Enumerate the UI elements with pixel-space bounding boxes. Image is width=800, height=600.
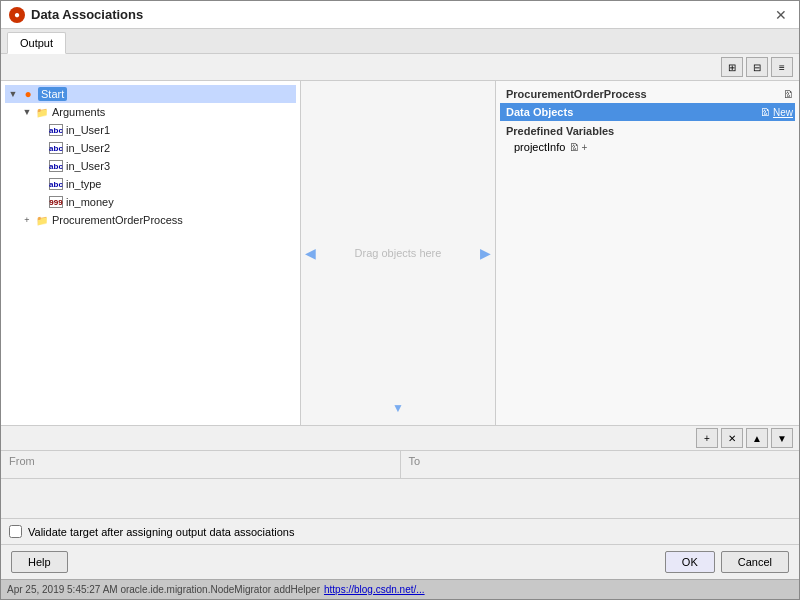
node-label-money: in_money — [66, 196, 114, 208]
node-label-start: Start — [38, 87, 67, 101]
abc-icon-user2: abc — [49, 142, 63, 154]
folder-icon-procurement: 📁 — [35, 213, 49, 227]
tree-node-procurement[interactable]: + 📁 ProcurementOrderProcess — [5, 211, 296, 229]
project-info-item[interactable]: projectInfo 🖻 + — [500, 139, 795, 155]
node-label-arguments: Arguments — [52, 106, 105, 118]
predefined-header[interactable]: Predefined Variables — [502, 123, 618, 139]
toolbar-btn-3[interactable]: ≡ — [771, 57, 793, 77]
tree-node-in-user1[interactable]: abc in_User1 — [5, 121, 296, 139]
add-row-button[interactable]: + — [696, 428, 718, 448]
dialog-title: Data Associations — [31, 7, 143, 22]
data-rows — [1, 479, 799, 519]
to-label: To — [401, 451, 800, 478]
help-button[interactable]: Help — [11, 551, 68, 573]
node-label-procurement: ProcurementOrderProcess — [52, 214, 183, 226]
node-label-type: in_type — [66, 178, 101, 190]
scroll-down-icon[interactable]: ▼ — [392, 401, 404, 415]
project-info-icon[interactable]: 🖻 — [569, 142, 579, 153]
from-to-header: From To — [1, 451, 799, 479]
right-panel: ProcurementOrderProcess 🖻 Data Objects 🖻… — [496, 81, 799, 425]
app-icon: ● — [9, 7, 25, 23]
status-text: Apr 25, 2019 5:45:27 AM oracle.ide.migra… — [7, 584, 320, 595]
data-objects-header[interactable]: Data Objects — [502, 104, 577, 120]
close-button[interactable]: ✕ — [771, 5, 791, 25]
expand-start-icon[interactable]: ▼ — [7, 88, 19, 100]
top-toolbar: ⊞ ⊟ ≡ — [1, 54, 799, 81]
cancel-button[interactable]: Cancel — [721, 551, 789, 573]
status-bar: Apr 25, 2019 5:45:27 AM oracle.ide.migra… — [1, 579, 799, 599]
expand-procurement-icon[interactable]: + — [21, 214, 33, 226]
left-arrow-icon[interactable]: ◀ — [305, 245, 316, 261]
toolbar-btn-2[interactable]: ⊟ — [746, 57, 768, 77]
new-button[interactable]: New — [773, 107, 793, 118]
tree-node-in-user3[interactable]: abc in_User3 — [5, 157, 296, 175]
abc-icon-user3: abc — [49, 160, 63, 172]
validate-label: Validate target after assigning output d… — [28, 526, 294, 538]
node-label-user2: in_User2 — [66, 142, 110, 154]
right-panel-icon[interactable]: 🖻 — [783, 89, 793, 100]
node-label-user3: in_User3 — [66, 160, 110, 172]
delete-row-button[interactable]: ✕ — [721, 428, 743, 448]
ok-button[interactable]: OK — [665, 551, 715, 573]
tree-node-in-user2[interactable]: abc in_User2 — [5, 139, 296, 157]
tree-node-in-type[interactable]: abc in_type — [5, 175, 296, 193]
move-down-button[interactable]: ▼ — [771, 428, 793, 448]
drag-hint: Drag objects here — [355, 247, 442, 259]
tree-node-start[interactable]: ▼ ● Start — [5, 85, 296, 103]
tab-output[interactable]: Output — [7, 32, 66, 54]
action-toolbar: + ✕ ▲ ▼ — [1, 426, 799, 451]
right-arrow-icon[interactable]: ▶ — [480, 245, 491, 261]
data-associations-dialog: ● Data Associations ✕ Output ⊞ ⊟ ≡ ▼ ● S… — [0, 0, 800, 600]
from-label: From — [1, 451, 401, 478]
data-objects-icon[interactable]: 🖻 — [760, 107, 770, 118]
folder-icon-arguments: 📁 — [35, 105, 49, 119]
abc-icon-type: abc — [49, 178, 63, 190]
node-label-user1: in_User1 — [66, 124, 110, 136]
tree-node-arguments[interactable]: ▼ 📁 Arguments — [5, 103, 296, 121]
project-info-expand-icon[interactable]: + — [581, 142, 587, 153]
left-panel: ▼ ● Start ▼ 📁 Arguments abc in_User1 — [1, 81, 301, 425]
main-area: ▼ ● Start ▼ 📁 Arguments abc in_User1 — [1, 81, 799, 425]
dialog-footer: Help OK Cancel — [1, 544, 799, 579]
tab-bar: Output — [1, 29, 799, 54]
tree-node-in-money[interactable]: 999 in_money — [5, 193, 296, 211]
validate-row: Validate target after assigning output d… — [1, 519, 799, 544]
abc-icon-user1: abc — [49, 124, 63, 136]
project-info-label: projectInfo — [514, 141, 565, 153]
validate-checkbox[interactable] — [9, 525, 22, 538]
middle-panel: ◀ Drag objects here ▼ ▶ — [301, 81, 496, 425]
move-up-button[interactable]: ▲ — [746, 428, 768, 448]
status-link[interactable]: https://blog.csdn.net/... — [324, 584, 425, 595]
toolbar-btn-1[interactable]: ⊞ — [721, 57, 743, 77]
process-header[interactable]: ProcurementOrderProcess — [502, 86, 651, 102]
start-icon: ● — [21, 87, 35, 101]
expand-arguments-icon[interactable]: ▼ — [21, 106, 33, 118]
num-icon-money: 999 — [49, 196, 63, 208]
title-bar: ● Data Associations ✕ — [1, 1, 799, 29]
bottom-section: + ✕ ▲ ▼ From To Validate target after as… — [1, 425, 799, 544]
